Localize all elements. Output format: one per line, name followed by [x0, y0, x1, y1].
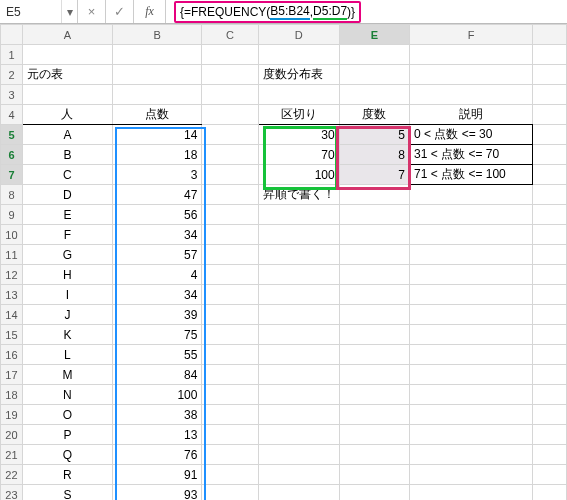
row-header[interactable]: 5 — [1, 125, 23, 145]
cell-person[interactable]: N — [22, 385, 112, 405]
col-bin[interactable]: 区切り — [258, 105, 339, 125]
formula-text-prefix: {=FREQUENCY( — [180, 5, 270, 19]
cell-bin[interactable]: 100 — [258, 165, 339, 185]
cell-person[interactable]: I — [22, 285, 112, 305]
cell-freq[interactable]: 7 — [339, 165, 409, 185]
cell-score[interactable]: 57 — [112, 245, 202, 265]
row-header[interactable]: 23 — [1, 485, 23, 501]
cell-score[interactable]: 38 — [112, 405, 202, 425]
cell-score[interactable]: 39 — [112, 305, 202, 325]
cell-person[interactable]: E — [22, 205, 112, 225]
cell-bin[interactable]: 30 — [258, 125, 339, 145]
cell-score[interactable]: 75 — [112, 325, 202, 345]
fx-label[interactable]: fx — [134, 0, 166, 23]
name-box-value: E5 — [6, 5, 21, 19]
row-header[interactable]: 16 — [1, 345, 23, 365]
row-header[interactable]: 1 — [1, 45, 23, 65]
source-title[interactable]: 元の表 — [22, 65, 112, 85]
cell-score[interactable]: 14 — [112, 125, 202, 145]
row-header[interactable]: 9 — [1, 205, 23, 225]
cell-score[interactable]: 34 — [112, 285, 202, 305]
cell-person[interactable]: C — [22, 165, 112, 185]
cell-desc[interactable]: 71 < 点数 <= 100 — [410, 165, 533, 185]
cell-person[interactable]: S — [22, 485, 112, 501]
cell-person[interactable]: L — [22, 345, 112, 365]
cell-person[interactable]: H — [22, 265, 112, 285]
freq-title[interactable]: 度数分布表 — [258, 65, 339, 85]
col-header-B[interactable]: B — [112, 25, 202, 45]
formula-cancel-button[interactable]: × — [78, 0, 106, 23]
cell-score[interactable]: 34 — [112, 225, 202, 245]
row-header[interactable]: 3 — [1, 85, 23, 105]
row-header[interactable]: 17 — [1, 365, 23, 385]
name-box[interactable]: E5 ▾ — [0, 0, 78, 23]
formula-arg-bins: D5:D7 — [313, 4, 347, 20]
cell-person[interactable]: F — [22, 225, 112, 245]
formula-arg-data: B5:B24 — [270, 4, 309, 20]
cell-person[interactable]: A — [22, 125, 112, 145]
col-header-E[interactable]: E — [339, 25, 409, 45]
cell-freq[interactable]: 8 — [339, 145, 409, 165]
cell-score[interactable]: 93 — [112, 485, 202, 501]
row-header[interactable]: 7 — [1, 165, 23, 185]
cell-score[interactable]: 4 — [112, 265, 202, 285]
select-all-corner[interactable] — [1, 25, 23, 45]
cell-bin[interactable]: 70 — [258, 145, 339, 165]
cell-person[interactable]: G — [22, 245, 112, 265]
cell-person[interactable]: M — [22, 365, 112, 385]
formula-text-suffix: )} — [347, 5, 355, 19]
col-freq[interactable]: 度数 — [339, 105, 409, 125]
col-person[interactable]: 人 — [22, 105, 112, 125]
cell-score[interactable]: 84 — [112, 365, 202, 385]
row-header[interactable]: 4 — [1, 105, 23, 125]
row-header[interactable]: 21 — [1, 445, 23, 465]
row-header[interactable]: 10 — [1, 225, 23, 245]
row-header[interactable]: 20 — [1, 425, 23, 445]
cell-score[interactable]: 56 — [112, 205, 202, 225]
row-header[interactable]: 11 — [1, 245, 23, 265]
cell-desc[interactable]: 0 < 点数 <= 30 — [410, 125, 533, 145]
cell-person[interactable]: D — [22, 185, 112, 205]
row-header[interactable]: 15 — [1, 325, 23, 345]
col-header-A[interactable]: A — [22, 25, 112, 45]
cell-desc[interactable]: 31 < 点数 <= 70 — [410, 145, 533, 165]
row-header[interactable]: 18 — [1, 385, 23, 405]
cell-person[interactable]: O — [22, 405, 112, 425]
cell-freq[interactable]: 5 — [339, 125, 409, 145]
cell-score[interactable]: 13 — [112, 425, 202, 445]
row-header[interactable]: 2 — [1, 65, 23, 85]
cell-score[interactable]: 18 — [112, 145, 202, 165]
cell-score[interactable]: 55 — [112, 345, 202, 365]
cell-person[interactable]: B — [22, 145, 112, 165]
row-header[interactable]: 6 — [1, 145, 23, 165]
formula-confirm-button[interactable]: ✓ — [106, 0, 134, 23]
cell-person[interactable]: J — [22, 305, 112, 325]
cell-score[interactable]: 47 — [112, 185, 202, 205]
row-header[interactable]: 12 — [1, 265, 23, 285]
row-header[interactable]: 8 — [1, 185, 23, 205]
col-desc[interactable]: 説明 — [410, 105, 533, 125]
row-header[interactable]: 14 — [1, 305, 23, 325]
col-header-blank[interactable] — [533, 25, 567, 45]
formula-input[interactable]: {=FREQUENCY( B5:B24 , D5:D7 )} — [166, 1, 567, 23]
cell-person[interactable]: R — [22, 465, 112, 485]
formula-highlight: {=FREQUENCY( B5:B24 , D5:D7 )} — [174, 1, 361, 23]
asc-note[interactable]: 昇順で書く！ — [258, 185, 339, 205]
cell-person[interactable]: K — [22, 325, 112, 345]
cell-person[interactable]: Q — [22, 445, 112, 465]
spreadsheet[interactable]: A B C D E F 1 2 元の表 度数分布表 3 4 人 点数 区切り 度… — [0, 24, 567, 500]
grid[interactable]: A B C D E F 1 2 元の表 度数分布表 3 4 人 点数 区切り 度… — [0, 24, 567, 500]
row-header[interactable]: 19 — [1, 405, 23, 425]
col-header-C[interactable]: C — [202, 25, 258, 45]
name-box-dropdown-icon[interactable]: ▾ — [61, 0, 77, 23]
cell-score[interactable]: 76 — [112, 445, 202, 465]
row-header[interactable]: 22 — [1, 465, 23, 485]
cell-score[interactable]: 100 — [112, 385, 202, 405]
cell-score[interactable]: 91 — [112, 465, 202, 485]
cell-person[interactable]: P — [22, 425, 112, 445]
col-score[interactable]: 点数 — [112, 105, 202, 125]
cell-score[interactable]: 3 — [112, 165, 202, 185]
col-header-D[interactable]: D — [258, 25, 339, 45]
col-header-F[interactable]: F — [410, 25, 533, 45]
row-header[interactable]: 13 — [1, 285, 23, 305]
